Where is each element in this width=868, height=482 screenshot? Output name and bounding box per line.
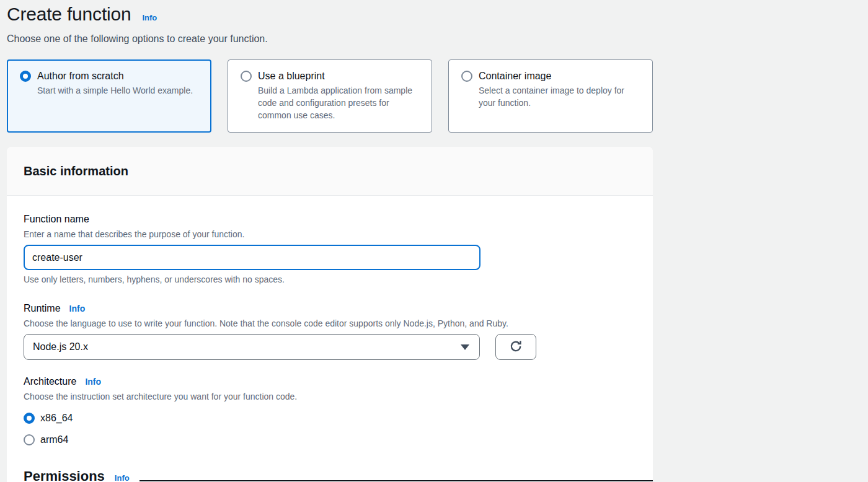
runtime-select[interactable]: Node.js 20.x <box>24 334 480 360</box>
permissions-info-link[interactable]: Info <box>115 473 130 482</box>
architecture-label: Architecture <box>24 375 76 388</box>
permissions-title: Permissions <box>24 468 105 482</box>
runtime-description: Choose the language to use to write your… <box>24 318 636 329</box>
tile-description: Select a container image to deploy for y… <box>479 84 642 109</box>
radio-unselected-icon[interactable] <box>461 71 472 82</box>
function-name-input[interactable] <box>24 245 480 270</box>
architecture-info-link[interactable]: Info <box>85 377 101 387</box>
radio-selected-icon[interactable] <box>20 71 31 82</box>
function-name-constraint: Use only letters, numbers, hyphens, or u… <box>24 274 636 285</box>
radio-unselected-icon[interactable] <box>241 71 252 82</box>
creation-option-tiles: Author from scratch Start with a simple … <box>7 59 653 133</box>
architecture-option-arm64[interactable]: arm64 <box>24 434 636 445</box>
tile-author-from-scratch[interactable]: Author from scratch Start with a simple … <box>7 59 211 133</box>
page-title: Create function <box>7 1 131 27</box>
architecture-group: Architecture Info Choose the instruction… <box>24 375 636 445</box>
title-info-link[interactable]: Info <box>142 13 157 22</box>
function-name-label: Function name <box>24 213 636 226</box>
page-subtitle: Choose one of the following options to c… <box>7 33 653 45</box>
tile-container-image[interactable]: Container image Select a container image… <box>448 59 653 133</box>
architecture-description: Choose the instruction set architecture … <box>24 392 636 402</box>
tile-use-a-blueprint[interactable]: Use a blueprint Build a Lambda applicati… <box>228 59 432 133</box>
radio-label: x86_64 <box>40 412 73 424</box>
radio-label: arm64 <box>40 434 68 445</box>
panel-title: Basic information <box>24 163 636 179</box>
tile-title: Use a blueprint <box>258 69 422 82</box>
refresh-icon <box>509 340 523 355</box>
chevron-down-icon <box>461 344 469 350</box>
page-header: Create function Info <box>7 0 653 27</box>
function-name-group: Function name Enter a name that describe… <box>24 213 636 285</box>
function-name-description: Enter a name that describes the purpose … <box>24 229 636 240</box>
radio-unselected-icon[interactable] <box>24 434 35 445</box>
section-divider <box>140 480 653 481</box>
runtime-refresh-button[interactable] <box>495 334 536 360</box>
runtime-group: Runtime Info Choose the language to use … <box>24 302 636 360</box>
radio-selected-icon[interactable] <box>24 413 35 424</box>
runtime-selected-value: Node.js 20.x <box>33 341 88 353</box>
tile-title: Container image <box>479 69 642 82</box>
runtime-label: Runtime <box>24 302 61 315</box>
tile-description: Build a Lambda application from sample c… <box>258 84 422 121</box>
runtime-info-link[interactable]: Info <box>69 304 86 313</box>
architecture-option-x86-64[interactable]: x86_64 <box>24 412 636 424</box>
create-function-page: Create function Info Choose one of the f… <box>0 0 868 482</box>
panel-header: Basic information <box>7 147 653 196</box>
tile-title: Author from scratch <box>37 69 193 82</box>
basic-information-panel: Basic information Function name Enter a … <box>7 147 653 482</box>
tile-description: Start with a simple Hello World example. <box>37 84 193 97</box>
